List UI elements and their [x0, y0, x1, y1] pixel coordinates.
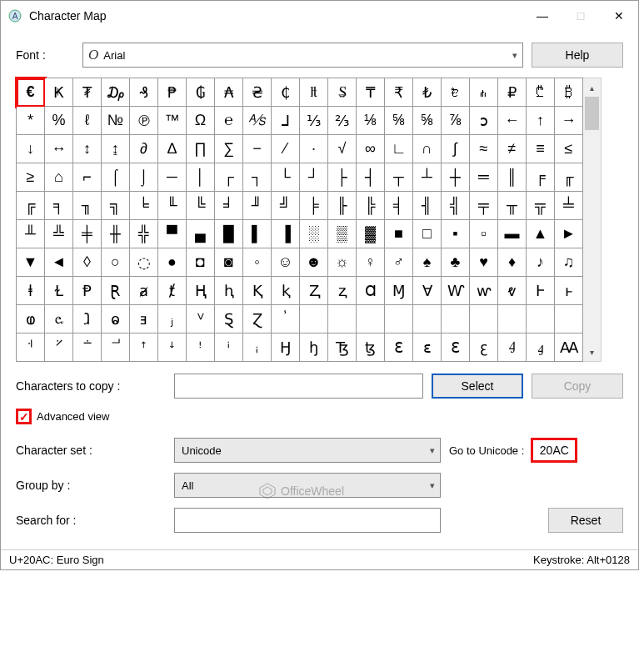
char-cell[interactable]: ꜙ — [73, 333, 102, 362]
char-cell[interactable]: ⱽ — [187, 305, 215, 333]
char-cell[interactable]: ℓ — [73, 107, 102, 135]
char-cell[interactable]: Ɱ — [385, 277, 413, 305]
char-cell[interactable]: ∩ — [413, 135, 442, 163]
char-cell[interactable]: ⅝ — [413, 107, 442, 135]
char-cell[interactable]: ∆ — [158, 135, 187, 163]
char-cell[interactable]: ▄ — [187, 220, 215, 248]
char-cell[interactable]: ↕ — [73, 135, 102, 163]
char-cell[interactable]: Ᵽ — [73, 277, 102, 305]
char-cell[interactable]: ▬ — [498, 220, 527, 248]
char-cell[interactable]: ■ — [385, 220, 413, 248]
char-cell[interactable]: ₸ — [357, 78, 385, 107]
char-cell[interactable]: ⱦ — [158, 277, 187, 305]
char-cell[interactable]: Ꜫ — [442, 333, 470, 362]
char-cell[interactable]: ◊ — [73, 248, 102, 277]
char-cell[interactable]: ℗ — [130, 107, 158, 135]
char-cell[interactable]: ∞ — [357, 135, 385, 163]
reset-button[interactable]: Reset — [548, 508, 623, 533]
char-cell[interactable]: Ɀ — [243, 305, 272, 333]
char-cell[interactable]: ≠ — [498, 135, 527, 163]
char-cell[interactable]: ₷ — [328, 78, 357, 107]
char-cell[interactable]: ™ — [158, 107, 187, 135]
char-cell[interactable]: ⌂ — [45, 163, 73, 192]
char-cell[interactable]: Ꜧ — [272, 333, 300, 362]
char-cell[interactable]: € — [17, 78, 45, 107]
char-cell[interactable]: ┼ — [442, 163, 470, 192]
char-cell[interactable] — [413, 305, 442, 333]
char-cell[interactable]: ♦ — [498, 248, 527, 277]
char-cell[interactable]: ▓ — [357, 220, 385, 248]
char-cell[interactable]: ⱴ — [498, 277, 527, 305]
search-input[interactable] — [174, 508, 441, 533]
char-cell[interactable]: ☼ — [328, 248, 357, 277]
char-cell[interactable]: ╜ — [243, 192, 272, 220]
char-cell[interactable]: № — [102, 107, 130, 135]
char-cell[interactable] — [300, 305, 328, 333]
scroll-up-icon[interactable]: ▴ — [583, 78, 601, 97]
char-cell[interactable]: ∏ — [187, 135, 215, 163]
char-cell[interactable]: ╚ — [187, 192, 215, 220]
char-cell[interactable]: ╥ — [498, 192, 527, 220]
char-cell[interactable] — [442, 305, 470, 333]
char-cell[interactable]: ⱼ — [158, 305, 187, 333]
char-cell[interactable]: ┌ — [215, 163, 243, 192]
char-cell[interactable]: ₳ — [215, 78, 243, 107]
char-cell[interactable]: ≤ — [555, 135, 583, 163]
help-button[interactable]: Help — [532, 43, 623, 68]
char-cell[interactable]: ▐ — [272, 220, 300, 248]
char-cell[interactable]: ╓ — [555, 163, 583, 192]
char-cell[interactable]: ╦ — [527, 192, 555, 220]
char-cell[interactable]: ⱨ — [215, 277, 243, 305]
char-cell[interactable]: ₺ — [413, 78, 442, 107]
char-cell[interactable]: ╡ — [385, 192, 413, 220]
char-cell[interactable]: ⸯ — [272, 305, 300, 333]
char-cell[interactable]: ∕ — [272, 135, 300, 163]
char-cell[interactable]: ╤ — [470, 192, 498, 220]
char-cell[interactable]: ⌡ — [130, 163, 158, 192]
char-cell[interactable]: ⱶ — [555, 277, 583, 305]
char-cell[interactable]: ╪ — [73, 220, 102, 248]
char-cell[interactable]: ₲ — [187, 78, 215, 107]
char-cell[interactable]: ₱ — [158, 78, 187, 107]
char-cell[interactable]: ╘ — [130, 192, 158, 220]
char-cell[interactable]: ꜘ — [45, 333, 73, 362]
char-cell[interactable]: └ — [272, 163, 300, 192]
char-cell[interactable]: ▌ — [243, 220, 272, 248]
char-cell[interactable]: ╞ — [300, 192, 328, 220]
char-cell[interactable]: ◄ — [45, 248, 73, 277]
select-button[interactable]: Select — [432, 374, 523, 399]
char-cell[interactable]: ← — [498, 107, 527, 135]
char-cell[interactable]: ♀ — [357, 248, 385, 277]
charset-dropdown[interactable]: Unicode ▾ — [174, 438, 441, 463]
char-cell[interactable]: → — [555, 107, 583, 135]
char-cell[interactable] — [385, 305, 413, 333]
char-cell[interactable]: ↄ — [470, 107, 498, 135]
groupby-dropdown[interactable]: All ▾ — [174, 473, 441, 498]
char-cell[interactable]: ♣ — [442, 248, 470, 277]
char-cell[interactable]: ꜝ — [187, 333, 215, 362]
char-cell[interactable]: ╝ — [272, 192, 300, 220]
char-cell[interactable]: ◦ — [243, 248, 272, 277]
char-cell[interactable]: ◙ — [215, 248, 243, 277]
char-cell[interactable]: ▪ — [442, 220, 470, 248]
char-cell[interactable]: Ⱶ — [527, 277, 555, 305]
char-cell[interactable]: Ɽ — [102, 277, 130, 305]
char-cell[interactable]: Ꜳ — [555, 333, 583, 362]
char-cell[interactable]: ╗ — [102, 192, 130, 220]
char-cell[interactable] — [328, 305, 357, 333]
font-dropdown[interactable]: O Arial ▾ — [82, 43, 523, 68]
char-cell[interactable]: ꜚ — [102, 333, 130, 362]
goto-unicode-input[interactable]: 20AC — [531, 438, 577, 463]
char-cell[interactable]: Ⱨ — [187, 277, 215, 305]
char-cell[interactable]: ╩ — [45, 220, 73, 248]
char-cell[interactable]: − — [243, 135, 272, 163]
char-cell[interactable]: ₴ — [243, 78, 272, 107]
char-cell[interactable]: ≈ — [470, 135, 498, 163]
char-cell[interactable]: ∫ — [442, 135, 470, 163]
char-cell[interactable]: ▲ — [527, 220, 555, 248]
char-cell[interactable]: ɛ — [413, 333, 442, 362]
char-cell[interactable]: ₻ — [442, 78, 470, 107]
char-cell[interactable]: ┘ — [300, 163, 328, 192]
char-cell[interactable]: ⅔ — [328, 107, 357, 135]
char-cell[interactable]: ꜫ — [470, 333, 498, 362]
